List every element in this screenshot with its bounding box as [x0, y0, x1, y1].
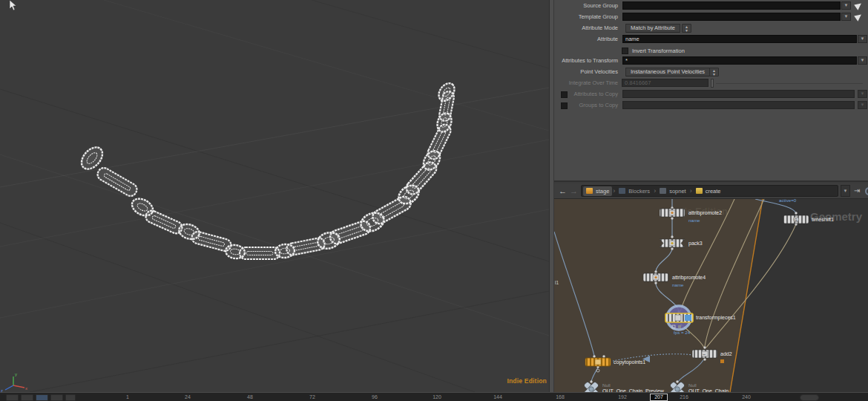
attributes-to-transform-dropdown[interactable]: ▼ [858, 56, 867, 65]
scene-viewport[interactable]: y x z Indie Edition [0, 0, 549, 392]
svg-text:fps = 24: fps = 24 [674, 330, 691, 335]
pointer-select-icon[interactable] [854, 1, 864, 10]
frame-tick: 72 [309, 394, 315, 400]
svg-text:pack3: pack3 [688, 241, 703, 247]
param-row-attribs-copy: Attributes to Copy ▼ [554, 90, 868, 100]
param-label: Attributes to Transform [554, 56, 618, 66]
frame-tick: 120 [433, 394, 441, 400]
stage-icon [586, 188, 593, 194]
breadcrumb-stage[interactable]: stage [583, 186, 612, 196]
frame-tick: 192 [618, 394, 627, 400]
frame-tick: 168 [556, 394, 565, 400]
param-row-groups-copy: Groups to Copy ▼ [554, 101, 868, 111]
parameter-panel: Source Group ▼ Template Group ▼ Attribut… [554, 0, 868, 182]
axis-gizmo: y x z [1, 372, 27, 392]
param-label: Groups to Copy [554, 101, 618, 111]
param-row-template-group: Template Group ▼ [554, 13, 868, 22]
frame-tick: 216 [680, 394, 688, 400]
network-editor[interactable]: Indie Edition Geometry [554, 199, 868, 392]
svg-text:add2: add2 [720, 351, 732, 356]
playbar-button[interactable] [65, 394, 76, 401]
playbar-button[interactable] [21, 394, 33, 401]
playbar-timeline[interactable]: 1 24 48 72 96 120 144 168 192 216 240 20… [0, 392, 868, 401]
path-dropdown[interactable]: ▼ [841, 185, 850, 197]
svg-text:copytopoints1: copytopoints1 [614, 359, 645, 365]
svg-text:attribpromote4: attribpromote4 [672, 275, 706, 281]
frame-tick: 1 [126, 394, 129, 400]
sopnet-icon [660, 188, 666, 194]
history-back-button[interactable]: ← [559, 186, 567, 196]
param-row-attribute-mode: Attribute Mode Match by Attribute ▲▼ [554, 24, 868, 33]
param-row-invert: Invert Transformation [554, 46, 868, 56]
svg-text:~: ~ [703, 352, 706, 357]
cursor-icon [10, 0, 16, 10]
network-graph: Indie Edition Geometry [554, 199, 868, 392]
point-velocities-menu[interactable]: Instantaneous Point Velocities [625, 68, 710, 76]
network-path-bar: ← → stage › Blockers › sopnet › create ▼ [554, 183, 868, 199]
pane-splitter[interactable] [549, 0, 554, 392]
radial-menu-icon[interactable] [865, 187, 868, 195]
pin-icon[interactable]: ⇥ [854, 186, 860, 196]
svg-text:name: name [672, 282, 684, 287]
invert-transformation-checkbox[interactable] [622, 48, 628, 54]
playbar-button[interactable] [36, 394, 48, 401]
checkbox-label: Invert Transformation [632, 46, 685, 56]
attributes-to-copy-input[interactable] [622, 90, 855, 98]
groups-to-copy-input[interactable] [622, 101, 855, 109]
attribute-mode-menu[interactable]: Match by Attribute [625, 24, 680, 33]
chain-link [240, 247, 280, 259]
groups-to-copy-dropdown[interactable]: ▼ [858, 101, 867, 109]
param-label: Point Velocities [554, 68, 618, 77]
svg-text:G: G [795, 218, 798, 222]
viewport-watermark: Indie Edition [507, 377, 547, 385]
param-row-attribute: Attribute name ▼ [554, 35, 868, 45]
chain-wireframe [77, 80, 457, 260]
frame-tick: 240 [742, 394, 751, 400]
breadcrumb-blockers[interactable]: Blockers [616, 186, 653, 196]
attributes-to-copy-dropdown[interactable]: ▼ [858, 90, 867, 98]
source-group-input[interactable] [622, 1, 841, 10]
svg-text:timeshift1: timeshift1 [812, 217, 834, 222]
point-velocities-spinner[interactable]: ▲▼ [709, 68, 719, 76]
playbar-control[interactable] [800, 394, 819, 401]
breadcrumb-separator: › [690, 187, 692, 195]
attribute-mode-spinner[interactable]: ▲▼ [682, 24, 691, 33]
frame-tick: 48 [247, 394, 253, 400]
param-row-attribs-transform: Attributes to Transform * ▼ [554, 56, 868, 66]
template-group-input[interactable] [622, 13, 841, 21]
integrate-slider-handle[interactable] [711, 79, 714, 88]
folder-icon [696, 188, 703, 194]
playbar-button[interactable] [6, 394, 19, 401]
attributes-to-transform-input[interactable]: * [622, 56, 857, 65]
param-label: Attributes to Copy [554, 90, 618, 100]
current-frame-indicator[interactable]: 207 [650, 394, 668, 401]
param-row-source-group: Source Group ▼ [554, 1, 868, 11]
axis-y-label: y [15, 372, 17, 376]
breadcrumb-separator: › [613, 187, 615, 195]
chain-link [144, 209, 184, 235]
param-row-point-velocities: Point Velocities Instantaneous Point Vel… [554, 68, 868, 77]
template-group-dropdown[interactable]: ▼ [841, 13, 851, 21]
svg-text:attribpromote2: attribpromote2 [688, 210, 722, 216]
attribute-input[interactable]: name [622, 35, 857, 43]
svg-text:transformpieces1: transformpieces1 [696, 315, 736, 321]
svg-text:Null: Null [602, 382, 611, 388]
integrate-over-time-input[interactable]: 0.8416667 [622, 79, 708, 87]
frame-tick: 96 [372, 394, 378, 400]
wire-label-active: active=0 [779, 199, 797, 203]
chain-link [435, 80, 458, 104]
frame-tick: 144 [493, 394, 502, 400]
breadcrumb-sopnet[interactable]: sopnet [657, 186, 689, 196]
node-lock-icon[interactable] [678, 325, 681, 328]
frame-tick: 24 [185, 394, 191, 400]
clipped-node-label: l1 [555, 280, 559, 285]
backdrop-handle[interactable] [720, 359, 724, 363]
source-group-dropdown[interactable]: ▼ [841, 1, 851, 10]
breadcrumb-create[interactable]: create [693, 186, 724, 196]
history-forward-button[interactable]: → [570, 186, 578, 196]
playbar-button[interactable] [50, 394, 63, 401]
attribute-dropdown[interactable]: ▼ [858, 35, 867, 43]
houdini-window: y x z Indie Edition Source Group ▼ Templ… [0, 0, 868, 401]
svg-text:Null: Null [688, 382, 697, 388]
pointer-select-icon[interactable] [854, 12, 864, 22]
